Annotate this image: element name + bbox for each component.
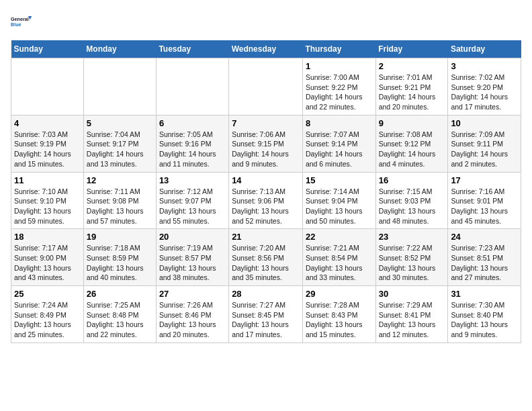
day-info: Sunrise: 7:21 AM Sunset: 8:54 PM Dayligh…	[306, 243, 373, 283]
day-number: 24	[451, 232, 518, 242]
calendar-cell: 11Sunrise: 7:10 AM Sunset: 9:10 PM Dayli…	[11, 172, 84, 229]
day-info: Sunrise: 7:26 AM Sunset: 8:46 PM Dayligh…	[159, 300, 226, 340]
calendar-cell: 2Sunrise: 7:01 AM Sunset: 9:21 PM Daylig…	[375, 58, 448, 116]
day-info: Sunrise: 7:11 AM Sunset: 9:08 PM Dayligh…	[87, 187, 153, 226]
day-number: 20	[159, 232, 226, 242]
calendar-cell: 30Sunrise: 7:29 AM Sunset: 8:41 PM Dayli…	[375, 286, 448, 343]
calendar-cell: 3Sunrise: 7:02 AM Sunset: 9:20 PM Daylig…	[448, 58, 521, 116]
day-info: Sunrise: 7:00 AM Sunset: 9:22 PM Dayligh…	[306, 73, 373, 112]
calendar-cell: 8Sunrise: 7:07 AM Sunset: 9:14 PM Daylig…	[302, 115, 375, 172]
day-info: Sunrise: 7:12 AM Sunset: 9:07 PM Dayligh…	[159, 187, 226, 226]
day-number: 19	[87, 232, 153, 242]
day-info: Sunrise: 7:16 AM Sunset: 9:01 PM Dayligh…	[451, 187, 518, 226]
calendar-cell: 1Sunrise: 7:00 AM Sunset: 9:22 PM Daylig…	[302, 58, 375, 116]
calendar-week-2: 4Sunrise: 7:03 AM Sunset: 9:19 PM Daylig…	[11, 115, 521, 172]
col-header-thursday: Thursday	[302, 40, 375, 58]
calendar-week-4: 18Sunrise: 7:17 AM Sunset: 9:00 PM Dayli…	[11, 229, 521, 286]
day-number: 14	[232, 175, 300, 185]
day-number: 1	[306, 61, 373, 71]
header: GeneralBlue	[11, 11, 521, 32]
calendar-cell: 18Sunrise: 7:17 AM Sunset: 9:00 PM Dayli…	[11, 229, 84, 286]
day-info: Sunrise: 7:30 AM Sunset: 8:40 PM Dayligh…	[451, 300, 518, 340]
day-number: 30	[379, 289, 445, 299]
calendar-cell: 6Sunrise: 7:05 AM Sunset: 9:16 PM Daylig…	[156, 115, 228, 172]
calendar-cell: 12Sunrise: 7:11 AM Sunset: 9:08 PM Dayli…	[83, 172, 156, 229]
calendar-cell: 21Sunrise: 7:20 AM Sunset: 8:56 PM Dayli…	[229, 229, 303, 286]
day-number: 4	[14, 118, 81, 128]
day-number: 15	[306, 175, 373, 185]
calendar-cell: 7Sunrise: 7:06 AM Sunset: 9:15 PM Daylig…	[229, 115, 303, 172]
day-number: 9	[379, 118, 445, 128]
day-info: Sunrise: 7:27 AM Sunset: 8:45 PM Dayligh…	[232, 300, 300, 340]
day-info: Sunrise: 7:07 AM Sunset: 9:14 PM Dayligh…	[306, 130, 373, 169]
day-number: 27	[159, 289, 226, 299]
day-info: Sunrise: 7:25 AM Sunset: 8:48 PM Dayligh…	[87, 300, 153, 340]
day-number: 8	[306, 118, 373, 128]
calendar-cell: 26Sunrise: 7:25 AM Sunset: 8:48 PM Dayli…	[83, 286, 156, 343]
calendar-cell: 20Sunrise: 7:19 AM Sunset: 8:57 PM Dayli…	[156, 229, 228, 286]
day-info: Sunrise: 7:02 AM Sunset: 9:20 PM Dayligh…	[451, 73, 518, 112]
day-info: Sunrise: 7:28 AM Sunset: 8:43 PM Dayligh…	[306, 300, 373, 340]
col-header-friday: Friday	[375, 40, 448, 58]
day-info: Sunrise: 7:29 AM Sunset: 8:41 PM Dayligh…	[379, 300, 445, 340]
day-info: Sunrise: 7:19 AM Sunset: 8:57 PM Dayligh…	[159, 243, 226, 283]
calendar-cell: 24Sunrise: 7:23 AM Sunset: 8:51 PM Dayli…	[448, 229, 521, 286]
day-info: Sunrise: 7:23 AM Sunset: 8:51 PM Dayligh…	[451, 243, 518, 283]
day-info: Sunrise: 7:15 AM Sunset: 9:03 PM Dayligh…	[379, 187, 445, 226]
day-number: 28	[232, 289, 300, 299]
day-info: Sunrise: 7:08 AM Sunset: 9:12 PM Dayligh…	[379, 130, 445, 169]
day-info: Sunrise: 7:22 AM Sunset: 8:52 PM Dayligh…	[379, 243, 445, 283]
day-number: 12	[87, 175, 153, 185]
day-number: 25	[14, 289, 81, 299]
day-number: 18	[14, 232, 81, 242]
day-info: Sunrise: 7:06 AM Sunset: 9:15 PM Dayligh…	[232, 130, 300, 169]
day-number: 2	[379, 61, 445, 71]
calendar-cell: 23Sunrise: 7:22 AM Sunset: 8:52 PM Dayli…	[375, 229, 448, 286]
svg-text:Blue: Blue	[11, 21, 21, 28]
calendar-cell	[229, 58, 303, 116]
day-info: Sunrise: 7:04 AM Sunset: 9:17 PM Dayligh…	[87, 130, 153, 169]
calendar-cell: 5Sunrise: 7:04 AM Sunset: 9:17 PM Daylig…	[83, 115, 156, 172]
day-number: 22	[306, 232, 373, 242]
day-number: 10	[451, 118, 518, 128]
logo-icon: GeneralBlue	[11, 11, 32, 32]
calendar-week-1: 1Sunrise: 7:00 AM Sunset: 9:22 PM Daylig…	[11, 58, 521, 116]
day-info: Sunrise: 7:17 AM Sunset: 9:00 PM Dayligh…	[14, 243, 81, 283]
day-number: 23	[379, 232, 445, 242]
day-info: Sunrise: 7:18 AM Sunset: 8:59 PM Dayligh…	[87, 243, 153, 283]
calendar-cell: 27Sunrise: 7:26 AM Sunset: 8:46 PM Dayli…	[156, 286, 228, 343]
calendar-table: SundayMondayTuesdayWednesdayThursdayFrid…	[11, 40, 521, 343]
calendar-cell: 10Sunrise: 7:09 AM Sunset: 9:11 PM Dayli…	[448, 115, 521, 172]
calendar-header-row: SundayMondayTuesdayWednesdayThursdayFrid…	[11, 40, 521, 58]
col-header-sunday: Sunday	[11, 40, 84, 58]
calendar-cell	[83, 58, 156, 116]
day-number: 6	[159, 118, 226, 128]
calendar-cell	[156, 58, 228, 116]
day-info: Sunrise: 7:09 AM Sunset: 9:11 PM Dayligh…	[451, 130, 518, 169]
day-number: 13	[159, 175, 226, 185]
day-info: Sunrise: 7:14 AM Sunset: 9:04 PM Dayligh…	[306, 187, 373, 226]
calendar-cell	[11, 58, 84, 116]
calendar-cell: 17Sunrise: 7:16 AM Sunset: 9:01 PM Dayli…	[448, 172, 521, 229]
calendar-cell: 31Sunrise: 7:30 AM Sunset: 8:40 PM Dayli…	[448, 286, 521, 343]
day-number: 17	[451, 175, 518, 185]
calendar-cell: 13Sunrise: 7:12 AM Sunset: 9:07 PM Dayli…	[156, 172, 228, 229]
day-info: Sunrise: 7:10 AM Sunset: 9:10 PM Dayligh…	[14, 187, 81, 226]
calendar-cell: 28Sunrise: 7:27 AM Sunset: 8:45 PM Dayli…	[229, 286, 303, 343]
day-number: 5	[87, 118, 153, 128]
day-number: 7	[232, 118, 300, 128]
day-number: 26	[87, 289, 153, 299]
day-info: Sunrise: 7:13 AM Sunset: 9:06 PM Dayligh…	[232, 187, 300, 226]
calendar-cell: 4Sunrise: 7:03 AM Sunset: 9:19 PM Daylig…	[11, 115, 84, 172]
day-number: 31	[451, 289, 518, 299]
calendar-cell: 19Sunrise: 7:18 AM Sunset: 8:59 PM Dayli…	[83, 229, 156, 286]
calendar-cell: 22Sunrise: 7:21 AM Sunset: 8:54 PM Dayli…	[302, 229, 375, 286]
col-header-saturday: Saturday	[448, 40, 521, 58]
calendar-cell: 9Sunrise: 7:08 AM Sunset: 9:12 PM Daylig…	[375, 115, 448, 172]
col-header-monday: Monday	[83, 40, 156, 58]
logo: GeneralBlue	[11, 11, 32, 32]
calendar-cell: 14Sunrise: 7:13 AM Sunset: 9:06 PM Dayli…	[229, 172, 303, 229]
calendar-cell: 16Sunrise: 7:15 AM Sunset: 9:03 PM Dayli…	[375, 172, 448, 229]
day-number: 16	[379, 175, 445, 185]
day-info: Sunrise: 7:20 AM Sunset: 8:56 PM Dayligh…	[232, 243, 300, 283]
